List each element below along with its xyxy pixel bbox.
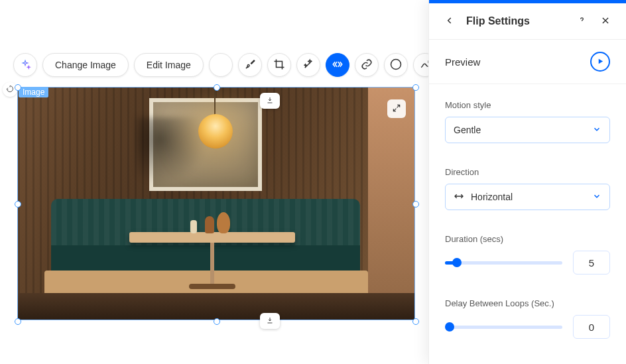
edit-image-label: Edit Image <box>147 60 191 70</box>
selected-image[interactable] <box>17 87 415 320</box>
direction-field: Direction Horizontal <box>429 155 626 222</box>
horizontal-arrows-icon <box>454 191 464 204</box>
expand-icon <box>392 103 401 115</box>
motion-style-label: Motion style <box>445 100 610 110</box>
crop-button[interactable] <box>267 53 291 77</box>
delay-slider[interactable] <box>445 321 562 333</box>
motion-style-field: Motion style Gentle <box>429 88 626 155</box>
resize-handle-bl[interactable] <box>15 318 21 325</box>
preview-play-button[interactable] <box>590 52 610 72</box>
chevron-down-icon <box>592 192 601 203</box>
selection-type-label: Image <box>19 87 48 97</box>
duration-slider[interactable] <box>445 257 562 269</box>
panel-title: Flip Settings <box>466 15 565 27</box>
resize-handle-tl[interactable] <box>15 84 21 91</box>
download-icon <box>266 95 274 106</box>
direction-value: Horizontal <box>471 192 513 202</box>
download-bottom-button[interactable] <box>260 313 280 329</box>
panel-back-button[interactable] <box>442 14 457 29</box>
resize-handle-tm[interactable] <box>214 84 220 91</box>
panel-close-button[interactable] <box>598 14 613 29</box>
preview-section: Preview <box>429 40 626 84</box>
animation-icon <box>332 58 344 72</box>
animation-button[interactable] <box>326 53 349 77</box>
duration-field: Duration (secs) 5 <box>429 222 626 286</box>
resize-handle-mr[interactable] <box>412 201 419 208</box>
panel-help-button[interactable] <box>574 14 589 29</box>
preview-label: Preview <box>445 56 480 68</box>
help-icon <box>390 58 402 72</box>
resize-handle-tr[interactable] <box>412 84 419 91</box>
brush-button[interactable] <box>238 53 262 77</box>
duration-label: Duration (secs) <box>445 234 610 244</box>
link-icon <box>361 58 373 72</box>
ai-sparkle-button[interactable] <box>13 53 37 77</box>
delay-input[interactable]: 0 <box>573 315 610 339</box>
flip-settings-panel: Flip Settings Preview Motion style Gentl… <box>428 0 626 364</box>
download-icon <box>266 316 274 326</box>
duration-input[interactable]: 5 <box>573 251 610 274</box>
delay-slider-thumb[interactable] <box>445 322 454 332</box>
image-content <box>18 88 414 320</box>
change-image-button[interactable]: Change Image <box>42 53 129 77</box>
settings-button[interactable] <box>209 53 233 77</box>
close-icon <box>601 16 610 27</box>
resize-handle-br[interactable] <box>412 318 419 325</box>
link-button[interactable] <box>355 53 379 77</box>
delay-field: Delay Between Loops (Sec.) 0 <box>429 286 626 351</box>
play-icon <box>597 56 604 67</box>
resize-handle-bm[interactable] <box>214 318 220 325</box>
change-image-label: Change Image <box>55 60 116 70</box>
crop-icon <box>273 58 285 72</box>
direction-label: Direction <box>445 167 610 177</box>
image-toolbar: Change Image Edit Image <box>13 53 437 77</box>
delay-label: Delay Between Loops (Sec.) <box>445 298 610 308</box>
chevron-left-icon <box>445 16 454 27</box>
download-top-button[interactable] <box>260 93 280 109</box>
chevron-down-icon <box>592 125 601 136</box>
gear-icon <box>215 58 227 72</box>
resize-handle-ml[interactable] <box>15 201 21 208</box>
duration-slider-thumb[interactable] <box>452 258 462 267</box>
brush-icon <box>244 58 256 72</box>
help-button[interactable] <box>384 53 408 77</box>
direction-select[interactable]: Horizontal <box>445 184 610 210</box>
motion-style-value: Gentle <box>454 125 481 135</box>
expand-button[interactable] <box>387 99 406 118</box>
panel-header: Flip Settings <box>429 3 626 40</box>
undo-icon <box>6 85 14 94</box>
magic-wand-icon <box>302 58 314 72</box>
question-icon <box>577 15 587 27</box>
magic-wand-button[interactable] <box>296 53 320 77</box>
motion-style-select[interactable]: Gentle <box>445 117 610 143</box>
edit-image-button[interactable]: Edit Image <box>134 53 204 77</box>
